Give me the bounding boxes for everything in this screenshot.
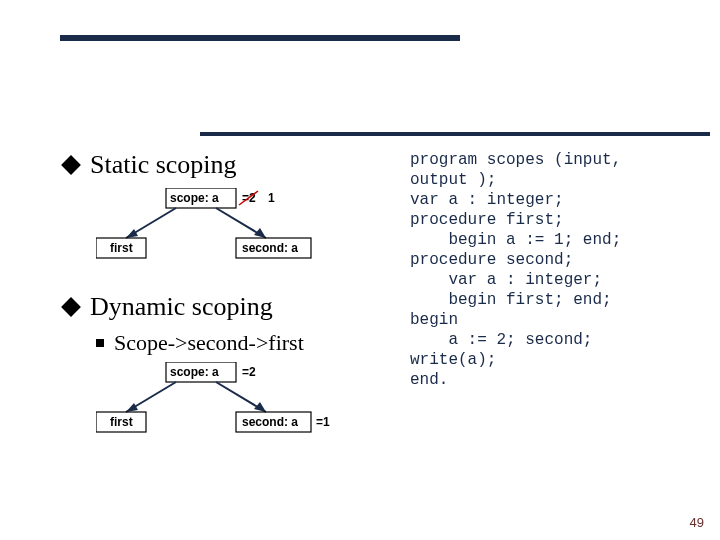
scope-label: scope: a [170,191,219,205]
dynamic-scoping-diagram: scope: a =2 first second: a =1 [96,362,400,442]
diamond-icon [61,297,81,317]
svg-marker-12 [254,402,266,412]
scope-label: scope: a [170,365,219,379]
static-scoping-diagram: scope: a =2 1 first second: a [96,188,400,268]
sub-bullet-chain: Scope->second->first [96,330,400,356]
first-label: first [110,241,133,255]
page-number: 49 [690,515,704,530]
code-block: program scopes (input, output ); var a :… [410,150,670,466]
second-label: second: a [242,241,298,255]
bullet-dynamic-scoping: Dynamic scoping [60,292,400,322]
new-value: 1 [268,191,275,205]
bullet-text: Dynamic scoping [90,292,273,322]
bullet-static-scoping: Static scoping [60,150,400,180]
bullet-text: Static scoping [90,150,237,180]
second-value: =1 [316,415,330,429]
second-label: second: a [242,415,298,429]
svg-marker-5 [254,228,266,238]
square-icon [96,339,104,347]
sub-bullet-text: Scope->second->first [114,330,304,356]
header-rule-bottom [200,132,710,136]
svg-marker-10 [126,403,138,412]
diagram-svg: scope: a =2 first second: a =1 [96,362,376,442]
first-label: first [110,415,133,429]
slide-content: Static scoping scope: a =2 1 first [60,150,670,466]
svg-marker-3 [126,229,138,238]
header-rule-top [60,35,460,41]
diagram-svg: scope: a =2 1 first second: a [96,188,356,268]
diamond-icon [61,155,81,175]
scope-value: =2 [242,365,256,379]
left-column: Static scoping scope: a =2 1 first [60,150,410,466]
